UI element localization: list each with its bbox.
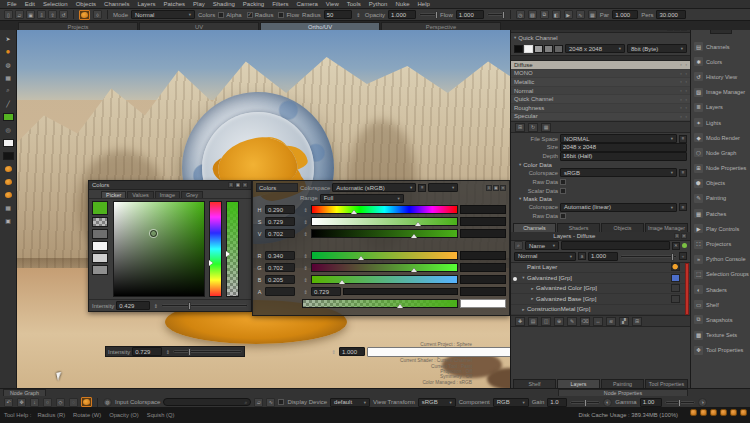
r-slider-bar[interactable] [311, 251, 458, 260]
clock-icon[interactable]: ◷ [516, 10, 525, 19]
select-tool[interactable]: ➤ [2, 33, 14, 44]
slider-number-box[interactable] [460, 275, 506, 284]
menu-view[interactable]: View [322, 1, 343, 7]
menu-tools[interactable]: Tools [343, 1, 365, 7]
alpha-left-field[interactable] [265, 287, 295, 296]
slider-number-box[interactable] [460, 263, 506, 272]
layer-search-input[interactable] [561, 241, 670, 250]
alpha-white-slider[interactable] [367, 347, 512, 357]
paint-buffer-icon[interactable] [2, 163, 14, 174]
colors-tab-picker[interactable]: Picker [101, 191, 126, 198]
channel-row-roughness[interactable]: Roughness▫▫ [511, 104, 690, 113]
status-led-icon[interactable] [740, 409, 747, 416]
menu-camera[interactable]: Camera [293, 1, 322, 7]
colors-tab-values[interactable]: Values [127, 191, 153, 198]
display-device-dropdown[interactable]: default▾ [330, 398, 370, 407]
palette-texture-sets[interactable]: ▩Texture Sets [691, 328, 750, 343]
menu-shading[interactable]: Shading [209, 1, 239, 7]
palette-selection-groups[interactable]: ⬚Selection Groups [691, 267, 750, 282]
layers-panel-header[interactable]: Layers - Diffuse ⇕✕ [511, 232, 690, 241]
dock-tab-shaders[interactable]: Shaders [557, 223, 600, 232]
layer-action-icon[interactable]: ⌫ [580, 317, 590, 326]
dock-tab-image-manager[interactable]: Image Manager [645, 223, 688, 232]
slider-number-box[interactable] [460, 229, 506, 238]
channel-value-field[interactable]: 0.205 [265, 275, 295, 284]
expander-icon[interactable]: ▸ [529, 296, 536, 301]
radius-field[interactable]: 50 [324, 10, 352, 19]
mask-icon[interactable]: ◧ [552, 10, 561, 19]
checkbox-box[interactable] [278, 12, 284, 18]
dock-tab-objects[interactable]: Objects [601, 223, 644, 232]
paint-brush-button[interactable] [79, 10, 90, 20]
checkbox-box[interactable]: ✓ [247, 12, 253, 18]
layer-scrollbar[interactable] [685, 263, 689, 316]
grid-icon[interactable]: ▦ [588, 10, 597, 19]
checkbox-box[interactable] [560, 213, 566, 219]
secondary-dropdown[interactable]: ▾ [428, 183, 458, 192]
menu-channels[interactable]: Channels [100, 1, 133, 7]
palette-projectors[interactable]: ⛶Projectors [691, 236, 750, 251]
slice-tool[interactable]: ╱ [2, 98, 14, 109]
channel-row-normal[interactable]: Normal▫▫ [511, 87, 690, 96]
slider-number-box[interactable] [460, 205, 506, 214]
mode-dropdown[interactable]: Normal▾ [131, 10, 195, 19]
swatch-checker[interactable] [92, 217, 108, 227]
input-colorspace-search[interactable]: ⌕ [163, 398, 251, 406]
expander-icon[interactable]: ▸ [529, 286, 536, 291]
h-slider-bar[interactable] [311, 205, 458, 214]
dock-bottom-tab-tool-properties[interactable]: Tool Properties [645, 379, 688, 388]
palette-tool-properties[interactable]: ✥Tool Properties [691, 343, 750, 358]
section-mask-data[interactable]: ▾Mask Data [511, 195, 690, 203]
channel-value-field[interactable]: 0.340 [265, 251, 295, 260]
add-layer-icon[interactable]: ＋ [679, 252, 687, 260]
layer-amount-slider[interactable] [620, 255, 677, 258]
opacity-field[interactable]: 1.000 [388, 10, 416, 19]
alpha-field[interactable]: 1.000 [339, 347, 365, 356]
dock-bottom-tab-shelf[interactable]: Shelf [513, 379, 556, 388]
menu-filters[interactable]: Filters [268, 1, 292, 7]
pull-icon[interactable]: ↓ [30, 398, 39, 407]
menu-nuke[interactable]: Nuke [391, 1, 413, 7]
layer-row-galvanized-grp[interactable]: ▾Galvanized [Grp] [511, 273, 690, 284]
layer-action-icon[interactable]: ↔ [593, 317, 603, 326]
radius-stepper[interactable]: ⇕ [355, 12, 362, 18]
layer-row-constructionmetal-grp[interactable]: ▸ConstructionMetal [Grp] [511, 305, 690, 316]
quick-channel-swatch[interactable] [554, 45, 563, 53]
flow-field[interactable]: 1.000 [456, 10, 484, 19]
layer-thumbnail[interactable] [671, 284, 680, 292]
alpha-stepper[interactable]: ⇕ [330, 349, 337, 355]
palette-node-graph[interactable]: ⬡Node Graph [691, 145, 750, 160]
fstop-icon[interactable]: ◐ [603, 398, 612, 407]
stepper-icon[interactable]: ⇕ [302, 265, 309, 271]
maximize-icon[interactable]: ▣ [235, 182, 241, 188]
par-field[interactable]: 1.000 [612, 10, 638, 19]
quick-channel-row[interactable]: ▾Quick Channel [511, 33, 690, 42]
node-properties-tab[interactable]: Node Properties [558, 389, 688, 396]
quick-channel-swatch[interactable] [524, 45, 533, 53]
swatch-grey-light[interactable] [92, 253, 108, 263]
section-color-data[interactable]: ▾Color Data [511, 161, 690, 169]
colorspace-options-button[interactable]: ≡ [418, 184, 426, 192]
undo-icon[interactable]: ↺ [59, 10, 68, 19]
g-slider-bar[interactable] [311, 263, 458, 272]
view-tab-ortho-uv[interactable]: Ortho/UV [260, 22, 380, 30]
brush-preset-icon[interactable] [2, 176, 14, 187]
quick-channel-swatch[interactable] [514, 45, 523, 53]
palette-painting[interactable]: ✎Painting [691, 191, 750, 206]
component-dropdown[interactable]: RGB▾ [493, 398, 529, 407]
brush-preset-icon-2[interactable] [2, 189, 14, 200]
colors-panel-header[interactable]: Colors ⇕▣✕ [89, 181, 251, 190]
hue-strip[interactable] [209, 201, 222, 297]
flow-slider[interactable] [487, 13, 505, 16]
add-channel-icon[interactable]: ⊞ [515, 123, 525, 132]
swatch-white[interactable] [92, 241, 108, 251]
curve-icon[interactable]: ∿ [266, 398, 275, 407]
swap-color-swatch[interactable] [2, 150, 14, 161]
slider-number-box[interactable] [460, 251, 506, 260]
paint-brush-button[interactable] [81, 397, 92, 407]
warp-icon[interactable]: ◇ [56, 398, 65, 407]
colorspace-dropdown[interactable]: sRGB▾ [560, 168, 677, 177]
menu-layers[interactable]: Layers [133, 1, 159, 7]
alpha-white-box[interactable] [460, 299, 506, 308]
quick-channel-swatch[interactable] [544, 45, 553, 53]
